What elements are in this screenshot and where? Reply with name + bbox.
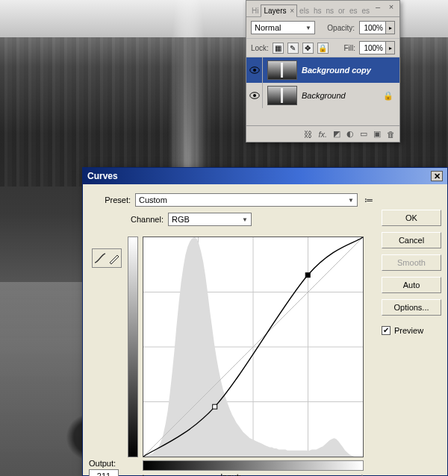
chevron-down-icon: ▼ [305, 25, 311, 31]
panel-close-icon[interactable]: × [386, 2, 396, 11]
fx-icon[interactable]: fx. [318, 130, 327, 139]
channel-select[interactable]: RGB ▼ [168, 213, 252, 226]
layer-row[interactable]: Background 🔒 [246, 83, 399, 108]
lock-transparency-icon[interactable]: ▦ [273, 43, 284, 54]
mask-icon[interactable]: ◩ [333, 129, 340, 139]
visibility-toggle-icon[interactable] [246, 57, 263, 83]
chevron-down-icon: ▼ [348, 197, 354, 204]
svg-point-1 [253, 69, 256, 72]
lock-all-icon[interactable]: 🔒 [317, 43, 329, 54]
preset-label: Preset: [92, 195, 131, 204]
output-field[interactable]: 211 [89, 469, 119, 476]
curve-tool-toggle[interactable] [92, 248, 122, 268]
input-gradient [143, 460, 364, 471]
options-button[interactable]: Options... [382, 299, 441, 316]
ok-button[interactable]: OK [382, 210, 441, 226]
preset-menu-icon[interactable]: ≔ [362, 193, 376, 207]
lock-label: Lock: [251, 44, 269, 52]
preset-value: Custom [139, 195, 167, 204]
curves-dialog: Curves ✕ Preset: Custom ▼ ≔ Channel: RGB… [82, 167, 448, 476]
layers-panel: – × Hi Layers × els hs ns or es es Norma… [246, 0, 400, 143]
fill-label: Fill: [343, 44, 355, 52]
svg-rect-11 [213, 404, 217, 409]
visibility-toggle-icon[interactable] [246, 83, 263, 108]
layers-footer: ⛓ fx. ◩ ◐ ▭ ▣ 🗑 [246, 125, 399, 142]
fill-value: 100% [359, 41, 386, 54]
adjustment-layer-icon[interactable]: ◐ [346, 129, 354, 139]
fill-arrow-icon[interactable]: ▸ [386, 41, 395, 54]
close-icon[interactable]: ✕ [431, 171, 443, 181]
tab-actions[interactable]: ns [323, 5, 336, 16]
curve-point-icon [94, 252, 106, 264]
curves-graph[interactable] [143, 237, 364, 457]
layer-name: Background copy [302, 66, 371, 75]
link-layers-icon[interactable]: ⛓ [304, 130, 312, 139]
blend-mode-select[interactable]: Normal ▼ [251, 21, 315, 34]
tab-channels[interactable]: els [297, 5, 311, 16]
tab-label: Layers [264, 7, 286, 15]
delete-layer-icon[interactable]: 🗑 [387, 130, 395, 139]
layer-row[interactable]: Background copy [246, 57, 399, 83]
black-point-slider[interactable]: ▲ [140, 472, 147, 476]
channel-value: RGB [172, 215, 190, 224]
group-icon[interactable]: ▭ [360, 129, 367, 139]
dialog-titlebar[interactable]: Curves ✕ [83, 168, 447, 184]
preview-checkbox[interactable] [382, 326, 391, 335]
white-point-slider[interactable]: △ [359, 472, 365, 476]
opacity-arrow-icon[interactable]: ▸ [386, 21, 395, 34]
output-label: Output: [89, 459, 119, 468]
auto-button[interactable]: Auto [382, 277, 441, 293]
chevron-down-icon: ▼ [242, 216, 248, 223]
tab-other3[interactable]: es [359, 5, 372, 16]
output-gradient [128, 237, 138, 457]
layer-thumbnail[interactable] [267, 60, 297, 80]
svg-rect-12 [305, 273, 310, 278]
opacity-value: 100% [359, 21, 386, 34]
layer-list: Background copy Background 🔒 [246, 57, 399, 113]
lock-position-icon[interactable]: ✥ [302, 43, 314, 54]
tab-other1[interactable]: or [336, 5, 347, 16]
pencil-icon [108, 252, 120, 264]
smooth-button[interactable]: Smooth [382, 254, 441, 271]
tab-layers[interactable]: Layers × [261, 4, 297, 17]
blend-mode-value: Normal [255, 23, 281, 32]
cancel-button[interactable]: Cancel [382, 232, 441, 248]
tab-history[interactable]: Hi [249, 5, 261, 16]
panel-minimize-icon[interactable]: – [373, 2, 383, 11]
preview-label: Preview [394, 326, 423, 335]
fill-field[interactable]: 100% ▸ [359, 41, 395, 54]
opacity-field[interactable]: 100% ▸ [359, 21, 395, 34]
tab-close-icon[interactable]: × [290, 7, 294, 15]
channel-label: Channel: [122, 215, 164, 224]
preset-select[interactable]: Custom ▼ [135, 193, 358, 207]
tab-other2[interactable]: es [347, 5, 360, 16]
layer-name: Background [302, 91, 346, 100]
tab-paths[interactable]: hs [311, 5, 324, 16]
lock-icon: 🔒 [383, 91, 393, 101]
svg-point-3 [253, 94, 256, 97]
dialog-title: Curves [87, 171, 118, 181]
input-label: Input: [216, 472, 246, 476]
opacity-label: Opacity: [327, 24, 355, 32]
lock-pixels-icon[interactable]: ✎ [287, 43, 299, 54]
layer-thumbnail[interactable] [267, 86, 297, 105]
new-layer-icon[interactable]: ▣ [373, 129, 381, 139]
